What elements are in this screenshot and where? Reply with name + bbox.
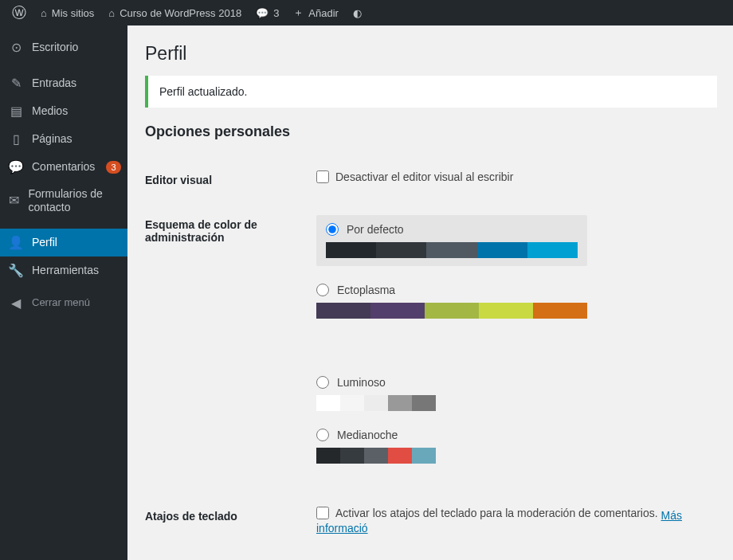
add-new[interactable]: ＋ Añadir bbox=[286, 0, 346, 25]
sidebar-item-label: Páginas bbox=[32, 132, 73, 146]
color-scheme-ectoplasm[interactable]: Ectoplasma bbox=[316, 284, 587, 319]
comments-bubble[interactable]: 💬 3 bbox=[249, 0, 286, 25]
content-area: Perfil Perfil actualizado. Opciones pers… bbox=[127, 25, 733, 560]
sidebar-item-label: Perfil bbox=[32, 236, 57, 249]
color-scheme-radio-ectoplasm[interactable] bbox=[316, 284, 329, 296]
sidebar-item-profile[interactable]: 👤Perfil bbox=[0, 229, 127, 257]
page-title: Perfil bbox=[145, 43, 717, 65]
sidebar-item-label: Herramientas bbox=[32, 264, 99, 277]
my-sites-label: Mis sitios bbox=[52, 7, 94, 19]
color-scheme-radio-light[interactable] bbox=[316, 376, 329, 389]
section-personal-options: Opciones personales bbox=[145, 123, 717, 140]
shortcuts-text: Activar los atajos del teclado para la m… bbox=[335, 507, 658, 519]
color-scheme-radio-midnight[interactable] bbox=[316, 429, 329, 441]
sidebar-item-comments[interactable]: 💬Comentarios3 bbox=[0, 153, 127, 181]
swatches-midnight bbox=[316, 448, 436, 464]
seo-icon: ◐ bbox=[353, 7, 362, 19]
row-label-visual-editor: Editor visual bbox=[145, 158, 316, 202]
swatches-light bbox=[316, 395, 436, 411]
sidebar-item-media[interactable]: ▤Medios bbox=[0, 97, 127, 125]
row-label-shortcuts: Atajos de teclado bbox=[145, 494, 316, 547]
color-scheme-name: Por defecto bbox=[347, 223, 404, 236]
color-scheme-light[interactable]: Luminoso bbox=[316, 368, 436, 411]
my-sites[interactable]: ⌂ Mis sitios bbox=[33, 0, 101, 25]
separator bbox=[0, 61, 127, 69]
color-scheme-midnight[interactable]: Medianoche bbox=[316, 429, 436, 464]
shortcuts-checkbox-label[interactable]: Activar los atajos del teclado para la m… bbox=[316, 507, 658, 519]
site-name[interactable]: ⌂ Curso de WordPress 2018 bbox=[101, 0, 249, 25]
visual-editor-checkbox[interactable] bbox=[316, 170, 329, 183]
sidebar-item-label: Escritorio bbox=[32, 41, 78, 54]
sidebar-collapse[interactable]: ◀Cerrar menú bbox=[0, 284, 127, 317]
row-label-color-scheme: Esquema de color de administración bbox=[145, 202, 316, 494]
wrench-icon: 🔧 bbox=[8, 263, 24, 278]
user-icon: 👤 bbox=[8, 235, 24, 250]
wp-logo[interactable]: ⓦ bbox=[5, 0, 33, 25]
color-scheme-name: Luminoso bbox=[337, 376, 386, 389]
media-icon: ▤ bbox=[8, 104, 24, 119]
sidebar-item-dashboard[interactable]: ⊙Escritorio bbox=[0, 33, 127, 61]
personal-options-table: Editor visual Desactivar el editor visua… bbox=[145, 158, 717, 560]
comments-count: 3 bbox=[273, 7, 279, 19]
chevron-left-icon: ◀ bbox=[8, 296, 24, 311]
sidebar-item-forms[interactable]: ✉Formularios de contacto bbox=[0, 181, 127, 221]
yoast-icon[interactable]: ◐ bbox=[346, 0, 369, 25]
visual-editor-text: Desactivar el editor visual al escribir bbox=[335, 170, 513, 183]
color-scheme-name: Medianoche bbox=[337, 429, 398, 441]
sidebar-item-label: Formularios de contacto bbox=[29, 187, 121, 214]
add-new-label: Añadir bbox=[308, 7, 339, 19]
sidebar-item-label: Medios bbox=[32, 104, 68, 118]
home-icon: ⌂ bbox=[108, 7, 115, 19]
shortcuts-checkbox[interactable] bbox=[316, 507, 329, 519]
sidebar-item-label: Cerrar menú bbox=[32, 296, 90, 309]
admin-sidebar: ⊙Escritorio ✎Entradas ▤Medios ▯Páginas 💬… bbox=[0, 25, 127, 560]
separator bbox=[0, 221, 127, 229]
color-scheme-default[interactable]: Por defecto bbox=[316, 215, 587, 266]
dashboard-icon: ⊙ bbox=[8, 40, 24, 55]
plus-icon: ＋ bbox=[293, 6, 304, 20]
comments-badge: 3 bbox=[106, 161, 120, 174]
admin-bar: ⓦ ⌂ Mis sitios ⌂ Curso de WordPress 2018… bbox=[0, 0, 733, 25]
comment-icon: 💬 bbox=[8, 159, 24, 174]
sidebar-item-label: Entradas bbox=[32, 76, 76, 90]
home-icon: ⌂ bbox=[41, 7, 47, 19]
pin-icon: ✎ bbox=[8, 76, 24, 91]
sidebar-item-pages[interactable]: ▯Páginas bbox=[0, 125, 127, 153]
swatches-ectoplasm bbox=[316, 303, 587, 319]
sidebar-item-tools[interactable]: 🔧Herramientas bbox=[0, 257, 127, 284]
site-name-label: Curso de WordPress 2018 bbox=[120, 7, 241, 19]
page-icon: ▯ bbox=[8, 131, 24, 147]
color-scheme-name: Ectoplasma bbox=[337, 284, 395, 296]
mail-icon: ✉ bbox=[8, 193, 21, 208]
update-notice: Perfil actualizado. bbox=[145, 76, 717, 108]
row-label-toolbar: Barra de herramientas bbox=[145, 547, 316, 560]
comment-icon: 💬 bbox=[256, 7, 269, 19]
sidebar-item-label: Comentarios bbox=[32, 160, 95, 174]
visual-editor-checkbox-label[interactable]: Desactivar el editor visual al escribir bbox=[316, 170, 513, 183]
color-scheme-radio-default[interactable] bbox=[326, 223, 339, 236]
notice-text: Perfil actualizado. bbox=[159, 85, 248, 98]
sidebar-item-posts[interactable]: ✎Entradas bbox=[0, 69, 127, 97]
swatches-default bbox=[326, 242, 578, 258]
